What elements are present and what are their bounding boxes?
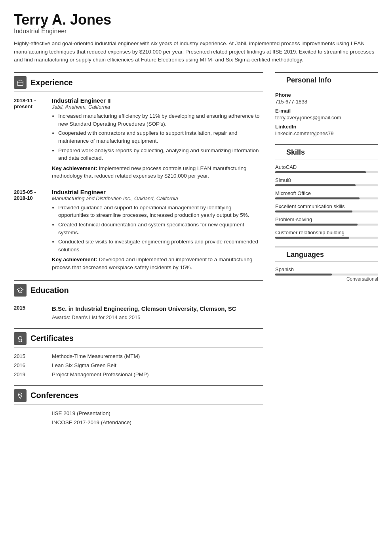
personal-info-icon	[275, 76, 282, 84]
skill-bar-bg-4	[275, 224, 378, 226]
bullet-item: Cooperated with contractors and supplier…	[58, 129, 263, 145]
bullet-item: Increased manufacturing efficiency by 11…	[58, 112, 263, 128]
experience-header: Experience	[14, 72, 263, 92]
resume-header: Terry A. Jones Industrial Engineer Highl…	[14, 12, 378, 64]
cert-entry-0: 2015 Methods-Time Measurements (MTM)	[14, 353, 263, 359]
exp-company-1: Manufacturing and Distribution Inc., Oak…	[52, 195, 263, 201]
cert-name-2: Project Management Professional (PMP)	[52, 371, 149, 377]
cert-year-0: 2015	[14, 353, 46, 359]
conferences-list: IISE 2019 (Presentation) INCOSE 2017-201…	[14, 410, 263, 425]
edu-degree-0: B.Sc. in Industrial Engineering, Clemson…	[52, 305, 263, 313]
exp-dates-1: 2015-05 -2018-10	[14, 189, 46, 272]
exp-content-0: Industrial Engineer II Jabil, Anaheim, C…	[52, 97, 263, 180]
exp-job-title-0: Industrial Engineer II	[52, 97, 263, 104]
cert-year-1: 2016	[14, 362, 46, 368]
cert-entry-1: 2016 Lean Six Sigma Green Belt	[14, 362, 263, 368]
skill-item-5: Customer relationship building	[275, 230, 378, 239]
skill-bar-bg-0	[275, 171, 378, 173]
svg-point-4	[277, 77, 280, 80]
skill-item-2: Microsoft Office	[275, 190, 378, 199]
conferences-icon	[14, 389, 27, 402]
linkedin-value: linkedin.com/terryjones79	[275, 130, 378, 136]
languages-section: Languages Spanish Conversational	[275, 247, 378, 282]
conferences-title: Conferences	[30, 391, 78, 400]
skill-bar-fill-1	[275, 184, 356, 186]
cert-name-1: Lean Six Sigma Green Belt	[52, 362, 116, 368]
experience-title: Experience	[30, 78, 73, 87]
education-header: Education	[14, 280, 263, 299]
bullet-item: Created technical documentation and syst…	[58, 221, 263, 236]
edu-year-0: 2015	[14, 305, 46, 320]
skill-bar-fill-3	[275, 211, 352, 212]
skill-item-0: AutoCAD	[275, 164, 378, 173]
svg-rect-7	[279, 254, 282, 256]
svg-point-5	[276, 150, 278, 151]
svg-rect-0	[17, 81, 23, 86]
exp-content-1: Industrial Engineer Manufacturing and Di…	[52, 189, 263, 272]
lang-level-0: Conversational	[275, 276, 378, 282]
education-section: Education 2015 B.Sc. in Industrial Engin…	[14, 280, 263, 320]
edu-content-0: B.Sc. in Industrial Engineering, Clemson…	[52, 305, 263, 320]
skill-bar-fill-0	[275, 171, 366, 173]
certificates-section: Certificates 2015 Methods-Time Measureme…	[14, 328, 263, 377]
conf-spacer-1	[14, 419, 46, 425]
exp-company-0: Jabil, Anaheim, California	[52, 104, 263, 110]
languages-header: Languages	[275, 247, 378, 262]
exp-job-title-1: Industrial Engineer	[52, 189, 263, 195]
phone-label: Phone	[275, 92, 378, 98]
svg-rect-6	[276, 252, 279, 254]
lang-bar-bg-0	[275, 274, 378, 276]
svg-point-3	[19, 394, 21, 395]
skills-header: Skills	[275, 144, 378, 159]
personal-info-header: Personal Info	[275, 72, 378, 87]
languages-list: Spanish Conversational	[275, 266, 378, 282]
bullet-item: Provided guidance and support to operati…	[58, 204, 263, 219]
certificates-title: Certificates	[30, 334, 74, 343]
exp-dates-0: 2018-11 -present	[14, 97, 46, 180]
main-content: Experience 2018-11 -present Industrial E…	[14, 72, 378, 433]
experience-entry-0: 2018-11 -present Industrial Engineer II …	[14, 97, 263, 180]
bullet-item: Prepared work-analysis reports by collec…	[58, 147, 263, 162]
skills-title: Skills	[286, 148, 305, 157]
linkedin-label: LinkedIn	[275, 124, 378, 130]
skill-name-4: Problem-solving	[275, 216, 378, 222]
lang-name-0: Spanish	[275, 266, 378, 272]
left-column: Experience 2018-11 -present Industrial E…	[14, 72, 263, 433]
skills-list: AutoCAD Simul8 Microsoft Office Excellen…	[275, 164, 378, 239]
email-label: E-mail	[275, 108, 378, 114]
skill-item-3: Excellent communication skills	[275, 203, 378, 212]
exp-key-0: Key achievement: Implemented new process…	[52, 165, 263, 180]
skill-name-0: AutoCAD	[275, 164, 378, 170]
conf-name-1: INCOSE 2017-2019 (Attendance)	[52, 419, 131, 425]
certificates-header: Certificates	[14, 328, 263, 348]
edu-awards-0: Awards: Dean's List for 2014 and 2015	[52, 314, 263, 320]
skills-icon	[275, 148, 282, 157]
experience-list: 2018-11 -present Industrial Engineer II …	[14, 97, 263, 271]
candidate-name: Terry A. Jones	[14, 12, 378, 28]
skill-bar-bg-1	[275, 184, 378, 186]
right-column: Personal Info Phone 715-677-1838 E-mail …	[275, 72, 378, 433]
skill-name-2: Microsoft Office	[275, 190, 378, 196]
phone-value: 715-677-1838	[275, 99, 378, 105]
conferences-section: Conferences IISE 2019 (Presentation) INC…	[14, 385, 263, 425]
languages-icon	[275, 251, 282, 259]
exp-bullets-0: Increased manufacturing efficiency by 11…	[52, 112, 263, 162]
skill-name-3: Excellent communication skills	[275, 203, 378, 209]
education-entry-0: 2015 B.Sc. in Industrial Engineering, Cl…	[14, 305, 263, 320]
education-list: 2015 B.Sc. in Industrial Engineering, Cl…	[14, 305, 263, 320]
experience-icon	[14, 76, 27, 89]
education-icon	[14, 284, 27, 297]
skill-bar-bg-3	[275, 211, 378, 212]
bullet-item: Conducted site visits to investigate eng…	[58, 238, 263, 253]
skill-item-1: Simul8	[275, 177, 378, 186]
conf-spacer-0	[14, 410, 46, 416]
personal-info-section: Personal Info Phone 715-677-1838 E-mail …	[275, 72, 378, 136]
certificates-list: 2015 Methods-Time Measurements (MTM) 201…	[14, 353, 263, 377]
personal-info-title: Personal Info	[286, 76, 331, 84]
experience-entry-1: 2015-05 -2018-10 Industrial Engineer Man…	[14, 189, 263, 272]
email-value: terry.avery.jones@gmail.com	[275, 115, 378, 121]
certificates-icon	[14, 332, 27, 345]
experience-section: Experience 2018-11 -present Industrial E…	[14, 72, 263, 271]
cert-entry-2: 2019 Project Management Professional (PM…	[14, 371, 263, 377]
skill-name-1: Simul8	[275, 177, 378, 183]
